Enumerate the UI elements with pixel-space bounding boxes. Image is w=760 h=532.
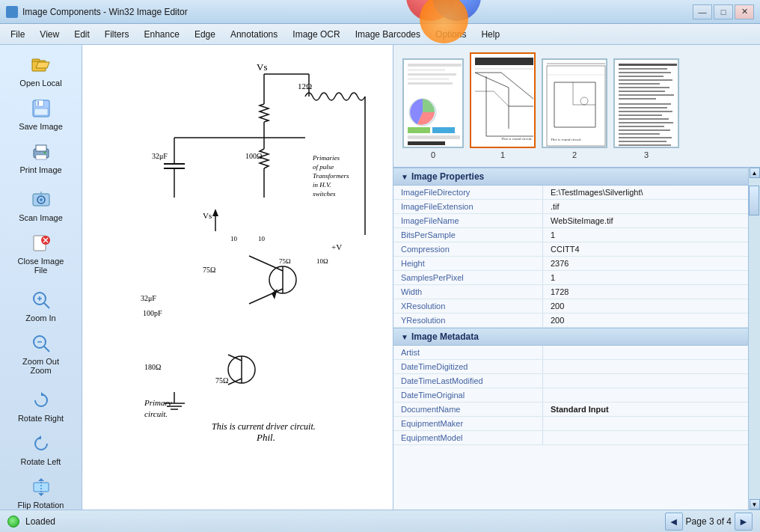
menu-annotations[interactable]: Annotations [223,27,285,42]
menu-filters[interactable]: Filters [97,27,137,42]
svg-marker-69 [212,209,218,216]
thumb-image-1[interactable]: This is round circuit. [470,52,536,148]
thumb-label-2: 2 [572,150,577,159]
thumb-image-3[interactable] [613,58,679,148]
prop-row-ImageFileName: ImageFileName WebSiteImage.tif [393,214,748,228]
svg-rect-132 [619,103,671,105]
app-icon [6,6,18,18]
svg-text:switches: switches [313,190,336,198]
prev-page-button[interactable]: ◄ [665,513,683,531]
image-metadata-table: Artist DateTimeDigitized DateTimeLastMod… [393,346,748,445]
open-local-icon [29,53,53,77]
scrollbar-track[interactable] [749,178,760,499]
maximize-button[interactable]: □ [714,4,733,19]
svg-line-74 [249,256,269,265]
scrollbar-thumb[interactable] [749,186,759,215]
image-properties-header[interactable]: ▼ Image Properties [393,168,748,186]
logo-orange-circle [420,0,468,43]
props-scrollbar[interactable]: ▲ ▼ [748,168,760,510]
svg-rect-92 [408,127,430,133]
svg-rect-87 [408,69,445,71]
svg-rect-133 [619,107,667,108]
flip-rotation-button[interactable]: Flip Rotation [7,471,75,510]
menu-image-ocr[interactable]: Image OCR [285,27,347,42]
image-area: Vs 12Ω Primaries of pulse Transformers i… [82,45,393,510]
prop-row-DocumentName: DocumentName Standard Input [393,403,748,417]
svg-rect-123 [619,68,667,70]
scan-image-button[interactable]: Scan Image [7,184,75,226]
prop-row-EquipmentMaker: EquipmentMaker [393,417,748,431]
svg-rect-5 [37,101,39,106]
svg-text:Primary: Primary [144,398,172,407]
open-local-button[interactable]: Open Local [7,49,75,91]
save-image-button[interactable]: Save Image [7,93,75,135]
thumbnail-2[interactable]: This is round circuit. 2 [542,58,607,159]
svg-text:10: 10 [230,235,238,242]
title-bar: Image Components - Win32 Image Editor — … [0,0,760,24]
svg-text:Primaries: Primaries [312,154,340,162]
svg-text:This is current driver circuit: This is current driver circuit. [212,421,316,432]
svg-rect-93 [432,127,455,133]
svg-rect-134 [619,111,672,112]
rotate-left-button[interactable]: Rotate Left [7,428,75,470]
zoom-out-button[interactable]: Zoom Out Zoom [7,328,75,379]
svg-line-79 [228,355,242,361]
thumb-label-1: 1 [500,150,505,159]
svg-text:10: 10 [258,235,266,242]
svg-point-12 [40,198,43,201]
thumb-svg-3 [615,60,679,148]
thumbnail-0[interactable]: 0 [402,58,464,159]
prop-row-ImageFileDirectory: ImageFileDirectory E:\TestImages\Silverl… [393,186,748,200]
props-panel: ▼ Image Properties ImageFileDirectory E:… [393,168,748,510]
thumbnail-3[interactable]: 3 [613,58,679,159]
svg-rect-135 [619,114,662,116]
thumb-svg-0 [404,60,464,148]
image-properties-chevron: ▼ [401,173,408,181]
close-image-file-button[interactable]: Close Image File [7,227,75,278]
minimize-button[interactable]: — [693,4,712,19]
status-indicator [7,516,19,528]
svg-rect-94 [408,135,460,139]
svg-text:This is round circuit.: This is round circuit. [501,137,533,141]
rotate-right-icon [29,388,53,412]
page-text: Page 3 of 4 [686,516,732,527]
scrollbar-up[interactable]: ▲ [750,168,760,178]
svg-rect-130 [619,94,674,96]
menu-edit[interactable]: Edit [67,27,97,42]
print-image-icon [29,140,53,164]
svg-rect-140 [619,133,660,135]
rotate-right-button[interactable]: Rotate Right [7,385,75,426]
svg-rect-136 [619,118,669,120]
svg-line-80 [228,379,242,385]
close-button[interactable]: ✕ [735,4,754,19]
menu-edge[interactable]: Edge [187,27,223,42]
svg-rect-95 [408,141,445,145]
zoom-in-button[interactable]: Zoom In [7,284,75,326]
menu-enhance[interactable]: Enhance [137,27,187,42]
svg-text:32μF: 32μF [141,294,156,302]
prop-row-SamplesPerPixel: SamplesPerPixel 1 [393,271,748,285]
menu-view[interactable]: View [32,27,67,42]
svg-text:10Ω: 10Ω [316,257,328,265]
thumb-image-0[interactable] [402,58,464,148]
thumbnail-1[interactable]: This is round circuit. 1 [470,52,536,159]
svg-rect-7 [36,145,46,151]
svg-rect-27 [34,483,49,492]
logo-area [387,0,477,22]
svg-marker-25 [41,392,46,396]
scrollbar-down[interactable]: ▼ [750,499,760,510]
zoom-in-icon [29,288,53,312]
prop-row-XResolution: XResolution 200 [393,299,748,314]
image-metadata-header[interactable]: ▼ Image Metadata [393,328,748,346]
svg-rect-126 [619,79,672,81]
svg-text:Vs: Vs [203,211,212,220]
thumb-image-2[interactable]: This is round circuit. [542,58,607,148]
menu-file[interactable]: File [3,27,32,42]
print-image-button[interactable]: Print Image [7,136,75,178]
prop-row-Height: Height 2376 [393,257,748,271]
svg-rect-4 [34,108,48,115]
next-page-button[interactable]: ► [735,513,753,531]
svg-rect-97 [475,58,533,65]
circuit-diagram: Vs 12Ω Primaries of pulse Transformers i… [92,48,384,444]
svg-text:of pulse: of pulse [313,163,334,171]
